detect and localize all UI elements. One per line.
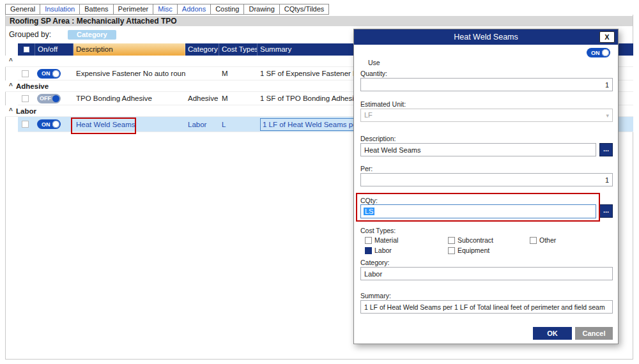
chevron-down-icon: ▾ <box>606 110 609 122</box>
checkbox-label: Equipment <box>458 246 489 254</box>
tab-addons[interactable]: Addons <box>177 4 211 15</box>
tab-drawing[interactable]: Drawing <box>243 4 279 15</box>
use-toggle[interactable]: ON <box>587 48 610 57</box>
summary-focus-box[interactable]: 1 LF of Heat Weld Seams per <box>260 118 362 131</box>
category-group-chip[interactable]: Category <box>68 30 116 40</box>
row-select-cell[interactable] <box>18 70 35 77</box>
description-cell[interactable]: Expensive Fastener No auto round <box>73 70 185 77</box>
per-label: Per: <box>360 165 373 172</box>
checkbox-icon[interactable] <box>448 237 455 244</box>
cqty-browse-button[interactable]: ... <box>599 204 613 218</box>
collapse-icon[interactable]: ^ <box>7 57 15 64</box>
tab-general[interactable]: General <box>5 4 40 15</box>
checkbox-material[interactable]: Material <box>365 236 398 244</box>
group-bar: Grouped by: Category <box>9 29 116 40</box>
column-header-category[interactable]: Category <box>185 43 219 56</box>
checkbox-icon[interactable] <box>530 237 537 244</box>
category-cell[interactable]: Adhesive <box>185 95 219 102</box>
checkbox-checked-icon[interactable] <box>365 247 372 254</box>
checkbox-subcontract[interactable]: Subcontract <box>448 236 493 244</box>
cqty-label: CQty: <box>360 197 378 204</box>
description-cell[interactable]: Heat Weld Seams <box>73 121 185 128</box>
page-title: Roofing SP Area : Mechanically Attached … <box>6 16 633 26</box>
toggle-label: ON <box>42 121 50 128</box>
row-checkbox[interactable] <box>22 70 29 77</box>
tab-insulation[interactable]: Insulation <box>40 4 80 15</box>
checkbox-label: Labor <box>374 246 392 254</box>
row-select-cell[interactable] <box>18 121 35 128</box>
quantity-input[interactable] <box>360 78 613 91</box>
estimated-unit-value: LF <box>364 111 373 119</box>
checkbox-label: Subcontract <box>458 236 493 244</box>
tab-perimeter[interactable]: Perimeter <box>113 4 154 15</box>
cost-type-cell[interactable]: M <box>219 70 258 77</box>
cost-type-cell[interactable]: M <box>219 95 258 102</box>
group-label: Adhesive <box>16 82 49 90</box>
checkbox-labor[interactable]: Labor <box>365 246 392 254</box>
description-browse-button[interactable]: ... <box>599 143 613 156</box>
tab-bar: General Insulation Battens Perimeter Mis… <box>5 4 328 15</box>
category-input[interactable] <box>360 267 613 280</box>
toggle-label: OFF <box>40 95 51 102</box>
heat-weld-seams-dialog: Heat Weld Seams X ON Use Quantity: Estim… <box>353 29 619 344</box>
tab-cqtys-tildes[interactable]: CQtys/Tildes <box>279 4 330 15</box>
description-input[interactable] <box>360 143 596 156</box>
on-off-cell: ON <box>35 119 73 129</box>
row-checkbox[interactable] <box>22 121 29 128</box>
cost-type-cell[interactable]: L <box>219 121 258 128</box>
tab-misc[interactable]: Misc <box>153 4 178 15</box>
toggle-label: ON <box>42 70 50 77</box>
summary-label: Summary: <box>360 292 391 300</box>
estimated-unit-select[interactable]: LF ▾ <box>360 109 613 122</box>
collapse-icon[interactable]: ^ <box>7 82 15 89</box>
checkbox-icon[interactable] <box>448 247 455 254</box>
use-label: Use <box>368 59 380 66</box>
row-checkbox[interactable] <box>22 95 29 102</box>
on-off-toggle[interactable]: OFF <box>37 94 61 103</box>
grouped-by-label: Grouped by: <box>9 30 51 39</box>
close-button[interactable]: X <box>599 31 615 43</box>
category-label: Category: <box>360 259 390 266</box>
tab-battens[interactable]: Battens <box>79 4 113 15</box>
cqty-selected-text: LS <box>364 208 374 215</box>
cqty-input[interactable]: LS <box>360 204 596 218</box>
toggle-knob-icon <box>52 95 59 102</box>
select-all-header-cell[interactable] <box>18 43 35 56</box>
cost-types-label: Cost Types: <box>360 227 396 234</box>
checkbox-equipment[interactable]: Equipment <box>448 246 489 254</box>
checkbox-label: Material <box>374 236 398 244</box>
checkbox-other[interactable]: Other <box>530 236 556 244</box>
summary-input[interactable] <box>360 300 613 314</box>
column-header-description[interactable]: Description <box>73 43 185 56</box>
checkbox-label: Other <box>539 236 556 244</box>
description-cell[interactable]: TPO Bonding Adhesive <box>73 95 185 102</box>
tab-costing[interactable]: Costing <box>210 4 244 15</box>
cancel-button[interactable]: Cancel <box>575 327 613 340</box>
on-off-cell: ON <box>35 69 73 79</box>
select-all-checkbox-icon <box>24 47 29 52</box>
column-header-on-off[interactable]: On/off <box>35 43 73 56</box>
toggle-knob-icon <box>52 70 59 77</box>
per-input[interactable] <box>360 173 613 186</box>
group-label: Labor <box>16 107 36 115</box>
toggle-label: ON <box>591 50 600 56</box>
description-label: Description: <box>360 135 396 142</box>
checkbox-icon[interactable] <box>365 237 372 244</box>
dialog-title: Heat Weld Seams <box>454 33 518 42</box>
category-cell[interactable]: Labor <box>185 121 219 128</box>
ok-button[interactable]: OK <box>533 327 572 340</box>
row-select-cell[interactable] <box>18 95 35 102</box>
collapse-icon[interactable]: ^ <box>7 107 15 114</box>
dialog-title-bar: Heat Weld Seams X <box>354 29 618 45</box>
on-off-cell: OFF <box>35 94 73 103</box>
toggle-knob-icon <box>52 121 59 128</box>
quantity-label: Quantity: <box>360 70 387 77</box>
estimated-unit-label: Estimated Unit: <box>360 100 406 108</box>
on-off-toggle[interactable]: ON <box>37 69 61 79</box>
column-header-cost-types[interactable]: Cost Types <box>219 43 258 56</box>
on-off-toggle[interactable]: ON <box>37 119 61 129</box>
toggle-knob-icon <box>602 49 609 56</box>
